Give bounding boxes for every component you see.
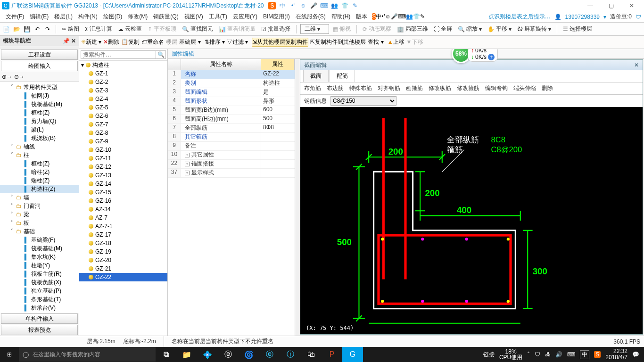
tree-node[interactable]: ▌构造柱(Z) — [0, 185, 79, 193]
list-item[interactable]: GZ-14 — [79, 180, 167, 188]
move-up-button[interactable]: ▲上移 — [388, 38, 405, 46]
list-item[interactable]: GZ-7 — [79, 120, 167, 129]
rename-button[interactable]: 🏷重命名 — [141, 38, 164, 46]
section-tool[interactable]: 编辑弯钩 — [485, 84, 508, 92]
property-row[interactable]: 6截面高(H边)(mm)500 — [168, 115, 295, 124]
tree-node[interactable]: ˃🗀墙 — [0, 193, 79, 202]
cloud-check-button[interactable]: ☁云检查 — [116, 24, 144, 34]
property-row[interactable]: 37+显示样式 — [168, 169, 295, 178]
tree-node[interactable]: ˃🗀轴线 — [0, 142, 79, 151]
start-button[interactable]: ⊞ — [0, 347, 19, 362]
property-table[interactable]: 属性名称 属性 1名称GZ-222类别构造柱3截面编辑是4截面形状异形5截面宽(… — [168, 59, 295, 336]
property-row[interactable]: 22+锚固搭接 — [168, 160, 295, 169]
copy-from-floor-button[interactable]: ⇲从其他楼层复制构件 — [252, 38, 308, 47]
tree-node[interactable]: ▌现浇板(B) — [0, 134, 79, 142]
tree-node[interactable]: ▌端柱(Z) — [0, 176, 79, 185]
delete-comp-button[interactable]: ✕删除 — [103, 38, 119, 46]
section-tool[interactable]: 修改纵筋 — [429, 84, 451, 92]
list-item[interactable]: GZ-12 — [79, 163, 167, 171]
tree-node[interactable]: ▌桩承台(V) — [0, 304, 79, 312]
app-explorer-icon[interactable]: 📁 — [176, 347, 197, 362]
section-tool[interactable]: 对齐钢筋 — [378, 84, 400, 92]
list-item[interactable]: GZ-2 — [79, 78, 167, 86]
list-item[interactable]: GZ-18 — [79, 239, 167, 247]
section-tool[interactable]: 画箍筋 — [406, 84, 423, 92]
property-row[interactable]: 2类别构造柱 — [168, 79, 295, 88]
tray-sogou-icon[interactable]: S — [594, 351, 601, 358]
rotate-button[interactable]: 🗘屏幕旋转 ▾ — [515, 24, 553, 34]
section-canvas[interactable]: 500 200 200 400 300 全部纵筋 8C8 箍筋 C8@200 (… — [300, 107, 643, 334]
user-id[interactable]: 13907298339 — [565, 14, 600, 20]
property-row[interactable]: 3截面编辑是 — [168, 88, 295, 97]
tray-shield-icon[interactable]: 🛡 — [535, 351, 540, 358]
list-item[interactable]: GZ-4 — [79, 95, 167, 103]
top-view-button[interactable]: ▦俯视 — [331, 24, 353, 34]
view-rebar-button[interactable]: 📊查看钢筋量 — [217, 24, 257, 34]
list-item[interactable]: GZ-1 — [79, 69, 167, 78]
menu-item[interactable]: 视图(V) — [182, 13, 206, 20]
list-item[interactable]: GZ-16 — [79, 197, 167, 205]
tab-rebar[interactable]: 配筋 — [330, 70, 355, 82]
list-item[interactable]: GZ-17 — [79, 230, 167, 239]
save-icon[interactable]: 💾 — [23, 25, 31, 33]
tree-node[interactable]: ˃🗀门窗洞 — [0, 202, 79, 210]
sort-button[interactable]: ⇅排序 ▾ — [205, 38, 225, 46]
menu-item[interactable]: 工具(T) — [206, 13, 230, 20]
maximize-button[interactable]: ▢ — [602, 0, 620, 11]
tree-node[interactable]: ▌筏板基础(M) — [0, 100, 79, 108]
menu-item[interactable]: 构件(N) — [75, 13, 100, 20]
menu-item[interactable]: 云应用(Y) — [230, 13, 260, 20]
section-tool[interactable]: 端头伸缩 — [513, 84, 536, 92]
property-row[interactable]: 10+其它属性 — [168, 151, 295, 160]
list-item[interactable]: AZ-7 — [79, 214, 167, 222]
nav-tab-single[interactable]: 单构件输入 — [1, 313, 78, 324]
tree-node[interactable]: ▌独立基础(P) — [0, 287, 79, 295]
redo-icon[interactable]: ↷ — [43, 25, 52, 33]
floor-select[interactable]: 基础层 ▾ — [179, 38, 200, 46]
tray-ime[interactable]: 中 — [580, 350, 589, 359]
tray-clock[interactable]: 22:322018/4/7 — [605, 348, 627, 361]
property-row[interactable]: 4截面形状异形 — [168, 97, 295, 106]
component-list[interactable]: ▾构造柱GZ-1GZ-2GZ-3GZ-4GZ-5GZ-6GZ-7GZ-8GZ-9… — [79, 61, 167, 336]
tree-node[interactable]: ˃🗀梁 — [0, 210, 79, 219]
tree-node[interactable]: ▌框柱(Z) — [0, 108, 79, 117]
new-icon[interactable]: 📄 — [2, 25, 10, 33]
notice-text[interactable]: 点识别楼层表之后提示… — [488, 13, 551, 21]
tree-node[interactable]: ˅🗀柱 — [0, 151, 79, 159]
orbit-button[interactable]: ⟳动态观察 — [361, 24, 393, 34]
fullscreen-button[interactable]: ⛶全屏 — [432, 24, 454, 34]
list-item[interactable]: GZ-21 — [79, 264, 167, 273]
tree-node[interactable]: ▌筏板基础(M) — [0, 244, 79, 253]
expand-icon[interactable]: ⊕→ — [2, 74, 12, 80]
find-elem-button[interactable]: 🔍查找图元 — [180, 24, 215, 34]
nav-tab-report[interactable]: 报表预览 — [1, 325, 78, 335]
tree-node[interactable]: ▌剪力墙(Q) — [0, 117, 79, 125]
section-tool[interactable]: 修改箍筋 — [457, 84, 479, 92]
undo-icon[interactable]: ↶ — [33, 25, 41, 33]
nav-tree[interactable]: ˅🗀常用构件类型▌轴网(J)▌筏板基础(M)▌框柱(Z)▌剪力墙(Q)▌梁(L)… — [0, 82, 79, 313]
tree-node[interactable]: ▌柱墩(Y) — [0, 261, 79, 270]
tree-node[interactable]: ▌集水坑(K) — [0, 253, 79, 261]
list-item[interactable]: AZ-7-1 — [79, 222, 167, 230]
tree-node[interactable]: ˅🗀常用构件类型 — [0, 83, 79, 91]
menu-item[interactable]: 在线服务(S) — [293, 13, 329, 20]
local-3d-button[interactable]: 🏢局部三维 — [395, 24, 430, 34]
list-item[interactable]: GZ-19 — [79, 247, 167, 256]
select-floor-button[interactable]: ☰选择楼层 — [561, 24, 594, 34]
list-item[interactable]: GZ-5 — [79, 103, 167, 112]
tree-node[interactable]: ▌基础梁(F) — [0, 236, 79, 244]
tree-node[interactable]: ˅🗀基础 — [0, 227, 79, 236]
tree-node[interactable]: ▌梁(L) — [0, 125, 79, 134]
tray-vol-icon[interactable]: 🔊 — [555, 351, 562, 358]
close-panel-icon[interactable]: ✕ — [71, 38, 76, 44]
menu-item[interactable]: 绘图(D) — [100, 13, 125, 20]
network-speed-widget[interactable]: 58% ↑0K/s ↓0K/s + — [452, 49, 498, 63]
list-item[interactable]: GZ-9 — [79, 137, 167, 146]
menu-item[interactable]: 文件(F) — [3, 13, 27, 20]
app-swirl-icon[interactable]: 🌀 — [239, 347, 259, 362]
draw-button[interactable]: ✏绘图 — [60, 24, 81, 34]
tray-key-icon[interactable]: ⌨ — [567, 351, 575, 358]
task-view-icon[interactable]: ⧉ — [156, 347, 176, 362]
view-mode-select[interactable]: 二维 ▾ — [300, 24, 329, 34]
tree-node[interactable]: ▌筏板主筋(R) — [0, 270, 79, 278]
